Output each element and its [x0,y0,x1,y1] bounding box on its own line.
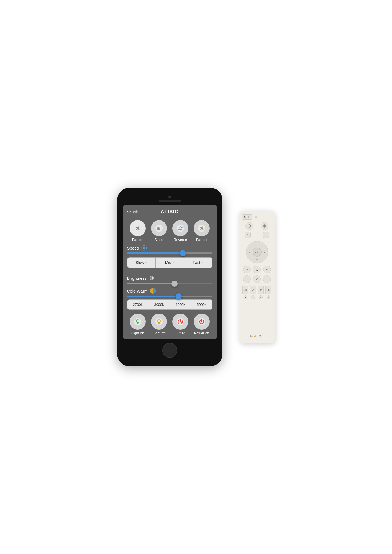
color-temp-5000k-button[interactable]: 5000k [191,300,212,309]
back-label: Back [129,209,138,214]
screen-title: ALISIO [160,209,179,215]
speed-label: Speed [127,246,139,250]
remote-dpad-down[interactable]: ▼ [254,257,260,262]
speed-slider[interactable] [127,252,212,254]
svg-point-11 [144,247,145,248]
remote-dpad-center[interactable]: OK [253,248,262,257]
color-temp-buttons: 2700k 3000k 4000k 5000k [127,299,212,310]
color-temp-2700k-button[interactable]: 2700k [127,300,149,309]
remote-fan-reverse-button[interactable]: ↺ [253,275,261,283]
color-temp-4000k-button[interactable]: 4000k [170,300,191,309]
speed-slow-icon: ≡ [145,261,147,265]
remote-timer-1h-col: 1h • [242,286,248,299]
remote-dpad-left[interactable]: ◀ [247,249,252,255]
remote-timer-4h-small[interactable]: • [267,295,270,299]
speed-slider-thumb[interactable] [180,250,186,256]
remote-timer-2h-col: 2h • [250,286,256,299]
reverse-circle [172,220,188,236]
remote-mid-row: + − [242,232,272,238]
remote-bright-minus-button[interactable]: − [263,232,269,238]
speed-fast-icon: ≡ [201,261,203,265]
remote-timer-1h-small[interactable]: • [244,295,247,299]
brightness-slider[interactable] [127,283,212,284]
remote-light-bright-button[interactable] [261,222,268,230]
phone-speaker [159,200,181,202]
cold-warm-slider[interactable] [127,296,212,297]
remote-timer-1h-button[interactable]: 1h [242,286,248,294]
color-temp-3000k-button[interactable]: 3000k [148,300,170,309]
remote-top-row: OFF [242,214,272,220]
remote-timer-3h-button[interactable]: 3h [258,286,264,294]
remote-brand-accent: ∧ [253,334,257,338]
remote-dpad-ring: ▲ ▼ ◀ ▶ OK [246,241,268,263]
svg-point-14 [150,276,153,280]
power-off-circle [194,314,210,330]
speed-slow-label: Slow [135,260,144,265]
timer-label: Timer [176,331,185,335]
brightness-row: Brightness [127,275,212,281]
reverse-label: Reverse [174,238,187,242]
screen-header: ‹ Back ALISIO [123,205,217,217]
svg-point-1 [137,227,139,229]
timer-button[interactable]: Timer [172,314,188,335]
sleep-circle: z z [151,220,167,236]
light-on-circle [130,314,146,330]
speed-mid-icon: ≡ [172,261,174,265]
speed-mid-button[interactable]: Mid ≡ [156,258,184,268]
remote-bright-plus-button[interactable]: + [245,232,251,238]
fan-controls-row: Fan on z z Sleep [127,220,212,242]
light-on-button[interactable]: Light on [130,314,146,335]
svg-point-22 [155,318,163,325]
remote-timer-4h-col: 4h • [265,286,271,299]
brightness-label: Brightness [127,276,147,281]
remote-fan-minus-button[interactable]: − [243,275,251,283]
sleep-button[interactable]: z z Sleep [151,220,167,242]
phone-camera [168,196,171,198]
cold-warm-slider-thumb[interactable] [176,293,182,299]
fan-off-button[interactable]: Fan off [194,220,210,242]
remote-fan-row2: − ↺ + [242,275,272,283]
remote-timer-2h-button[interactable]: 2h [250,286,256,294]
svg-point-9 [201,227,203,229]
brightness-slider-thumb[interactable] [171,281,178,287]
reverse-button[interactable]: Reverse [172,220,188,242]
remote-timer-3h-small[interactable]: • [259,295,263,299]
remote-timer-2h-small[interactable]: • [251,295,255,299]
fan-off-circle [194,220,210,236]
remote-timer-row: 1h • 2h • 3h • 4h • [242,286,272,299]
phone-screen: ‹ Back ALISIO [123,205,217,339]
light-off-button[interactable]: Light off [151,314,167,335]
remote-fan-plus-button[interactable]: + [263,275,271,283]
screen-body: Fan on z z Sleep [123,217,217,339]
phone-home-button[interactable] [162,343,177,358]
remote-brand: m∧ntra [250,334,264,338]
color-temp-4000k-label: 4000k [175,302,185,307]
remote-fan-fast-button[interactable]: ⊕ [263,266,271,273]
phone: ‹ Back ALISIO [117,188,222,366]
remote-fan-slow-button[interactable]: ⊝ [243,266,251,273]
light-off-label: Light off [153,331,165,335]
speed-buttons: Slow ≡ Mid ≡ Fast ≡ [127,257,212,268]
back-button[interactable]: ‹ Back [127,209,138,214]
fan-on-label: Fan on [132,238,143,242]
remote-dpad-up[interactable]: ▲ [254,242,260,247]
speed-fast-button[interactable]: Fast ≡ [184,258,212,268]
light-off-circle [151,314,167,330]
svg-text:z: z [159,226,160,229]
fan-off-label: Fan off [196,238,207,242]
remote-control: OFF + − ▲ ▼ ◀ ▶ OK [239,211,275,343]
remote-dpad: ▲ ▼ ◀ ▶ OK [246,241,268,263]
light-on-label: Light on [131,331,144,335]
svg-point-5 [177,225,184,232]
remote-indicator [255,216,257,218]
remote-light-dim-button[interactable] [245,222,253,230]
back-chevron-icon: ‹ [127,209,128,214]
remote-light-row [242,222,272,230]
remote-off-button[interactable]: OFF [242,214,252,220]
remote-dpad-right[interactable]: ▶ [262,249,267,255]
remote-power-button[interactable]: ⏻ [253,266,261,273]
speed-slow-button[interactable]: Slow ≡ [127,258,156,268]
power-off-button[interactable]: Power off [194,314,210,335]
fan-on-button[interactable]: Fan on [130,220,146,242]
remote-timer-4h-button[interactable]: 4h [265,286,271,294]
